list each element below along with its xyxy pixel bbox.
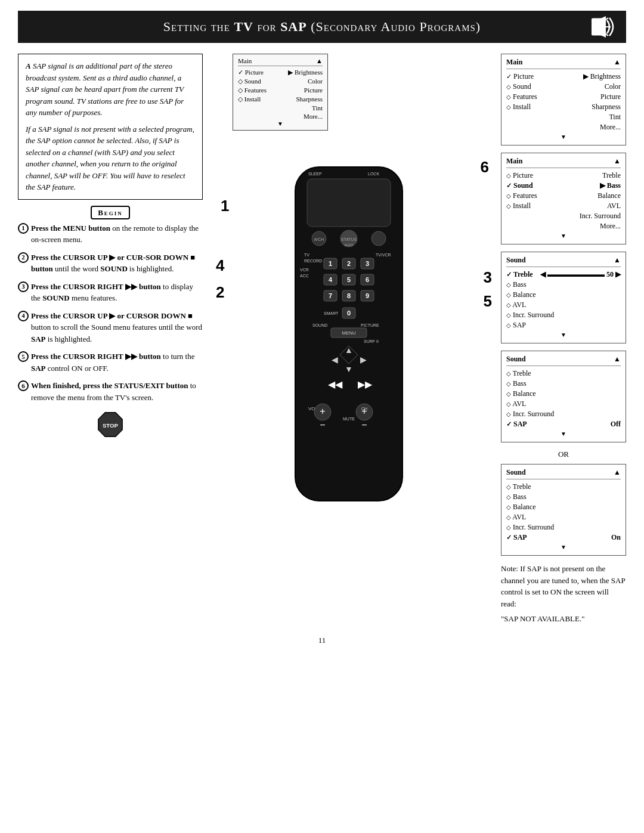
step-overlay-2: 2	[216, 283, 224, 302]
menu-sound2-bass: ◇ Bass	[506, 379, 621, 389]
stop-badge: STOP	[18, 411, 203, 440]
menu-sound2-scroll-down: ▼	[506, 431, 621, 437]
svg-text:2: 2	[347, 260, 351, 267]
menu-main-sound-selected: Main ▲ ◇ Picture Treble ✓ Sound ▶ Bass ◇…	[501, 153, 626, 244]
menu-sound3-title: Sound	[506, 468, 526, 477]
step-3-text: Press the CURSOR RIGHT ▶▶ button to disp…	[31, 281, 203, 304]
step-4-text: Press the CURSOR UP ▶ or CURSOR DOWN ■ b…	[31, 310, 203, 345]
menu-sound3-avl: ◇ AVL	[506, 512, 621, 522]
step-overlay-4: 4	[216, 256, 224, 275]
menu-sound3-scroll-down: ▼	[506, 544, 621, 550]
menu-sound2-balance: ◇ Balance	[506, 389, 621, 399]
menu-sound2-avl: ◇ AVL	[506, 399, 621, 409]
svg-text:−: −	[361, 420, 367, 430]
step-4-num: 4	[18, 311, 29, 321]
svg-text:8: 8	[347, 292, 351, 299]
svg-text:1: 1	[329, 260, 332, 267]
or-label: OR	[501, 450, 626, 459]
svg-text:TV: TV	[304, 253, 309, 257]
step-1-num: 1	[18, 223, 29, 234]
svg-text:9: 9	[366, 292, 369, 299]
svg-text:6: 6	[366, 276, 369, 283]
remote-control: SLEEP LOCK A/CH STATUS /EXIT TV RECORD T…	[259, 161, 438, 507]
audio-icon	[592, 16, 618, 38]
menu-main: Main ▲ ✓ Picture ▶ Brightness ◇ Sound Co…	[501, 54, 626, 145]
menu-sound1-scroll-down: ▼	[506, 332, 621, 338]
svg-text:▲: ▲	[345, 345, 353, 355]
menu-main2-title: Main	[506, 157, 522, 166]
svg-text:TV/VCR: TV/VCR	[376, 253, 391, 257]
step-6: 6 When finished, press the STATUS/EXIT b…	[18, 380, 203, 403]
menu-sound-sap-on: Sound ▲ ◇ Treble ◇ Bass ◇ Balance ◇ AVL …	[501, 464, 626, 556]
svg-point-18	[371, 231, 386, 246]
svg-text:SOUND: SOUND	[312, 323, 327, 327]
menu-sound2-title: Sound	[506, 355, 526, 364]
svg-text:STOP: STOP	[103, 422, 119, 429]
menu-main2-picture: ◇ Picture Treble	[506, 171, 621, 181]
svg-text:LOCK: LOCK	[368, 172, 379, 176]
header-title: Setting the TV for SAP (Secondary Audio …	[163, 19, 481, 35]
menu-sound3-incr: ◇ Incr. Surround	[506, 522, 621, 532]
intro-para1: A SAP signal is an additional part of th…	[26, 60, 195, 119]
menu-main2-scroll-down: ▼	[506, 233, 621, 239]
menu-sound1-sap: ◇ SAP	[506, 320, 621, 330]
menu-main2-install: ◇ Install AVL	[506, 201, 621, 211]
menu-main-item-picture: ✓ Picture ▶ Brightness	[506, 72, 621, 82]
svg-text:MUTE: MUTE	[343, 417, 355, 421]
svg-text:7: 7	[329, 292, 332, 299]
svg-text:VCR: VCR	[300, 268, 309, 272]
svg-rect-5	[592, 23, 599, 31]
svg-text:▼: ▼	[345, 364, 353, 374]
svg-text:SLEEP: SLEEP	[308, 172, 322, 176]
step-6-text: When finished, press the STATUS/EXIT but…	[31, 380, 203, 403]
step-1: 1 Press the MENU button on the remote to…	[18, 222, 203, 246]
note-text: Note: If SAP is not present on the chann…	[501, 563, 626, 625]
menu-main-up-arrow: ▲	[614, 58, 621, 67]
svg-text:▶▶: ▶▶	[358, 379, 373, 389]
steps-list: 1 Press the MENU button on the remote to…	[18, 222, 203, 404]
svg-text:+: +	[361, 406, 367, 416]
step-2-text: Press the CURSOR UP ▶ or CUR-SOR DOWN ■ …	[31, 252, 203, 275]
menu-main2-sound: ✓ Sound ▶ Bass	[506, 181, 621, 191]
menu-sound1-incr: ◇ Incr. Surround	[506, 310, 621, 320]
menu-sound3-sap: ✓ SAP On	[506, 532, 621, 543]
step-2-num: 2	[18, 252, 29, 263]
begin-badge: Begin	[18, 208, 203, 218]
svg-rect-10	[307, 179, 391, 227]
menu-main2-incr: Incr. Surround	[506, 211, 621, 221]
menu-sound2-up-arrow: ▲	[614, 355, 621, 364]
menu-main-item-tint: Tint	[506, 112, 621, 122]
svg-text:◀◀: ◀◀	[328, 379, 343, 389]
step-5: 5 Press the CURSOR RIGHT ▶▶ button to tu…	[18, 351, 203, 374]
step-5-num: 5	[18, 351, 29, 362]
screen-main-picture: Main▲ ✓ Picture▶ Brightness ◇ SoundColor…	[233, 54, 328, 131]
step-6-num: 6	[18, 380, 29, 391]
svg-text:PICTURE: PICTURE	[361, 323, 379, 327]
menu-sound1-bass: ◇ Bass	[506, 280, 621, 290]
svg-text:◀: ◀	[332, 355, 338, 364]
step-overlay-1: 1	[221, 197, 229, 215]
svg-text:0: 0	[347, 309, 351, 317]
menu-sound3-up-arrow: ▲	[614, 468, 621, 477]
menu-sound1-balance: ◇ Balance	[506, 290, 621, 300]
intro-para2: If a SAP signal is not present with a se…	[26, 123, 195, 193]
step-3: 3 Press the CURSOR RIGHT ▶▶ button to di…	[18, 281, 203, 304]
step-overlay-5: 5	[484, 292, 492, 311]
svg-text:SURF  II: SURF II	[364, 339, 379, 343]
step-5-text: Press the CURSOR RIGHT ▶▶ button to turn…	[31, 351, 203, 374]
svg-text:ACC: ACC	[300, 274, 309, 278]
svg-text:MENU: MENU	[342, 330, 356, 336]
main-content: A SAP signal is an additional part of th…	[18, 54, 626, 625]
menu-main-item-install: ◇ Install Sharpness	[506, 102, 621, 112]
menu-main-item-features: ◇ Features Picture	[506, 92, 621, 102]
menu-main-item-more: More...	[506, 122, 621, 132]
svg-text:▶: ▶	[360, 355, 367, 364]
page-number: 11	[0, 636, 644, 645]
menu-main2-up-arrow: ▲	[614, 157, 621, 166]
step-3-num: 3	[18, 281, 29, 292]
intro-box: A SAP signal is an additional part of th…	[18, 54, 203, 200]
menu-main-scroll-down: ▼	[506, 134, 621, 140]
step-2: 2 Press the CURSOR UP ▶ or CUR-SOR DOWN …	[18, 252, 203, 275]
menu-main2-more: More...	[506, 221, 621, 231]
menu-sound-treble: Sound ▲ ✓ Treble ◀ ▬▬▬▬▬▬▬▬ 50 ▶ ◇ Bass …	[501, 252, 626, 343]
